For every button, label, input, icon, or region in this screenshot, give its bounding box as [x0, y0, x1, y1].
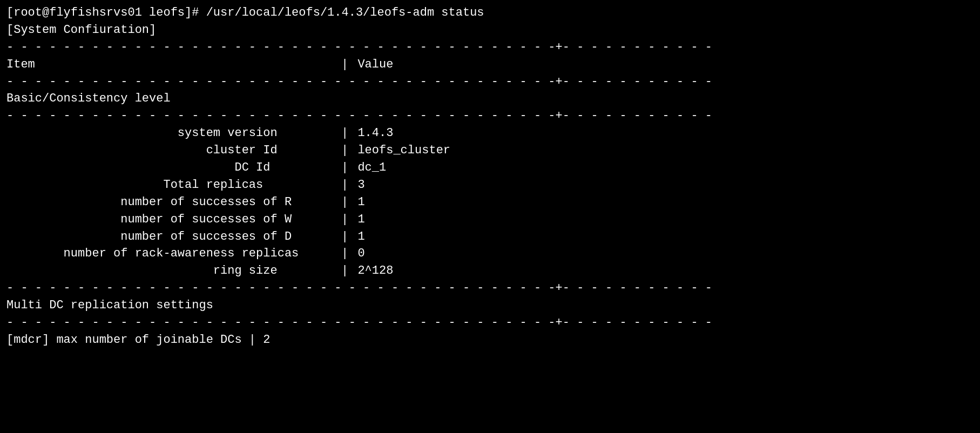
row-item: number of successes of R [6, 194, 341, 211]
row-value: 2^128 [355, 262, 393, 280]
row-item: system version [6, 125, 341, 142]
table-row: cluster Id| leofs_cluster [6, 142, 974, 159]
table-row: DC Id| dc_1 [6, 159, 974, 177]
dash-line-1: - - - - - - - - - - - - - - - - - - - - … [6, 39, 974, 56]
row-value: 0 [355, 245, 364, 262]
row-sep: | [341, 211, 355, 228]
row-sep: | [341, 245, 355, 262]
dash-line-2: - - - - - - - - - - - - - - - - - - - - … [6, 73, 974, 91]
row-sep: | [341, 177, 355, 194]
prompt-line: [root@flyfishsrvs01 leofs]# /usr/local/l… [6, 4, 974, 22]
table-row: Total replicas| 3 [6, 177, 974, 194]
row-value: 1.4.3 [355, 125, 393, 142]
data-rows-container: system version| 1.4.3 cluster Id| leofs_… [6, 125, 974, 280]
row-item: number of rack-awareness replicas [6, 245, 341, 262]
row-item: cluster Id [6, 142, 341, 159]
dash-line-4: - - - - - - - - - - - - - - - - - - - - … [6, 280, 974, 297]
row-sep: | [341, 125, 355, 142]
table-row: system version| 1.4.3 [6, 125, 974, 142]
row-sep: | [341, 228, 355, 246]
row-item: ring size [6, 262, 341, 280]
dash-line-5: - - - - - - - - - - - - - - - - - - - - … [6, 314, 974, 331]
table-row: ring size| 2^128 [6, 262, 974, 280]
bottom-partial-line: [mdcr] max number of joinable DCs | 2 [6, 331, 974, 349]
dash-line-3: - - - - - - - - - - - - - - - - - - - - … [6, 107, 974, 125]
row-value: 1 [355, 211, 364, 228]
row-item: number of successes of D [6, 228, 341, 246]
row-item: DC Id [6, 159, 341, 177]
table-row: number of successes of W| 1 [6, 211, 974, 228]
row-value: dc_1 [355, 159, 386, 177]
row-sep: | [341, 142, 355, 159]
section-basic: Basic/Consistency level [6, 90, 974, 107]
row-value: 1 [355, 228, 364, 246]
table-row: number of successes of R| 1 [6, 194, 974, 211]
row-value: leofs_cluster [355, 142, 450, 159]
row-item: Total replicas [6, 177, 341, 194]
row-sep: | [341, 159, 355, 177]
header-value: Value [355, 56, 393, 73]
section-multi-dc: Multi DC replication settings [6, 297, 974, 314]
row-value: 1 [355, 194, 364, 211]
header-item: Item [6, 56, 341, 73]
row-value: 3 [355, 177, 364, 194]
header-row: Item | Value [6, 56, 974, 73]
table-row: number of rack-awareness replicas| 0 [6, 245, 974, 262]
table-row: number of successes of D| 1 [6, 228, 974, 246]
section-title-line: [System Confiuration] [6, 22, 974, 39]
header-sep: | [341, 56, 355, 73]
row-sep: | [341, 262, 355, 280]
row-item: number of successes of W [6, 211, 341, 228]
row-sep: | [341, 194, 355, 211]
